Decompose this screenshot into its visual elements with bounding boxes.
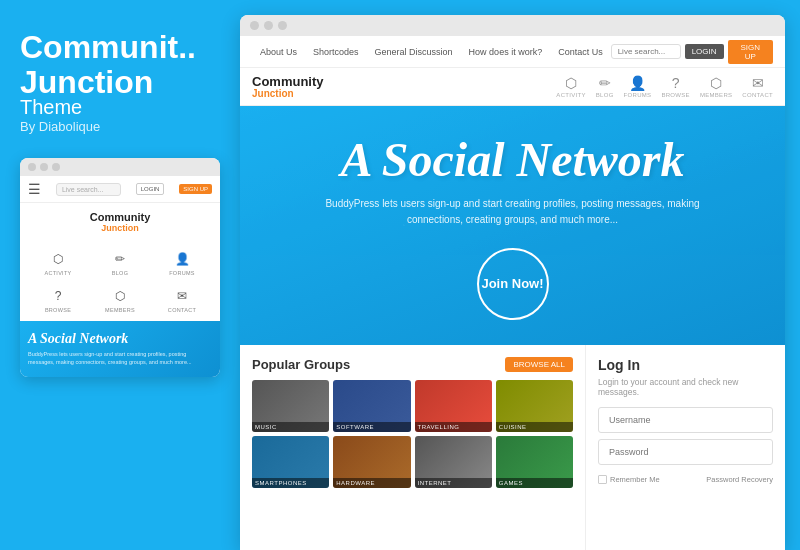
- login-title: Log In: [598, 357, 773, 373]
- icon-nav-label-contact: Contact: [742, 92, 773, 98]
- mobile-hero: A Social Network BuddyPress lets users s…: [20, 321, 220, 376]
- group-label-hardware: Hardware: [333, 478, 410, 488]
- mobile-logo-sub: Junction: [28, 223, 212, 233]
- contact-icon: ✉: [172, 286, 192, 306]
- nav-search-input[interactable]: [611, 44, 681, 59]
- group-label-software: Software: [333, 422, 410, 432]
- nav-item-shortcodes[interactable]: Shortcodes: [305, 47, 367, 57]
- group-item-software[interactable]: Software: [333, 380, 410, 432]
- browse-icon: ?: [672, 75, 680, 91]
- mobile-icon-label-contact: Contact: [168, 307, 196, 313]
- group-label-travelling: Travelling: [415, 422, 492, 432]
- group-item-cuisine[interactable]: Cuisine: [496, 380, 573, 432]
- mobile-dot-3: [52, 163, 60, 171]
- icon-nav-label-blog: Blog: [596, 92, 614, 98]
- nav-signup-button[interactable]: SIGN UP: [728, 40, 773, 64]
- members-icon: ⬡: [110, 286, 130, 306]
- mobile-search-bar: Live search...: [56, 183, 121, 196]
- mobile-icon-forums: 👤 Forums: [152, 245, 212, 280]
- nav-search-area: LOGIN SIGN UP: [611, 40, 773, 64]
- icon-nav-label-activity: Activity: [556, 92, 585, 98]
- username-input[interactable]: [598, 407, 773, 433]
- icon-nav-activity[interactable]: ⬡ Activity: [556, 75, 585, 98]
- mobile-dot-2: [40, 163, 48, 171]
- hero-title: A Social Network: [260, 136, 765, 184]
- browse-all-button[interactable]: BROWSE ALL: [505, 357, 573, 372]
- nav-item-howworks[interactable]: How does it work?: [461, 47, 551, 57]
- login-options: Remember Me Password Recovery: [598, 475, 773, 484]
- mobile-hamburger-icon: ☰: [28, 181, 41, 197]
- icon-nav-contact[interactable]: ✉ Contact: [742, 75, 773, 98]
- site-logo-sub: Junction: [252, 88, 352, 99]
- join-now-button[interactable]: Join Now!: [477, 248, 549, 320]
- login-section: Log In Login to your account and check n…: [585, 345, 785, 550]
- group-item-hardware[interactable]: Hardware: [333, 436, 410, 488]
- logo-icons-bar: Community Junction ⬡ Activity ✏ Blog 👤 F…: [240, 68, 785, 106]
- group-item-games[interactable]: Games: [496, 436, 573, 488]
- icon-nav: ⬡ Activity ✏ Blog 👤 Forums ? Browse ⬡ Me…: [556, 75, 773, 98]
- group-label-smartphones: Smartphones: [252, 478, 329, 488]
- activity-icon: ⬡: [565, 75, 577, 91]
- mobile-logo-name: Community: [28, 211, 212, 223]
- mobile-icon-activity: ⬡ Activity: [28, 245, 88, 280]
- mobile-icon-label-forums: Forums: [169, 270, 195, 276]
- group-item-travelling[interactable]: Travelling: [415, 380, 492, 432]
- groups-section-title: Popular Groups: [252, 357, 350, 372]
- site-logo: Community Junction: [252, 74, 352, 99]
- bottom-section: Popular Groups BROWSE ALL Music Software…: [240, 345, 785, 550]
- site-nav: About Us Shortcodes General Discussion H…: [240, 36, 785, 68]
- remember-me-label[interactable]: Remember Me: [598, 475, 660, 484]
- icon-nav-forums[interactable]: 👤 Forums: [624, 75, 652, 98]
- activity-icon: ⬡: [48, 249, 68, 269]
- left-panel: Communit.. Junction Theme By Diabolique …: [0, 0, 240, 550]
- groups-section-header: Popular Groups BROWSE ALL: [252, 357, 573, 372]
- icon-nav-label-forums: Forums: [624, 92, 652, 98]
- mobile-icon-members: ⬡ Members: [90, 282, 150, 317]
- mobile-icon-label-blog: Blog: [112, 270, 128, 276]
- nav-item-contact[interactable]: Contact Us: [550, 47, 611, 57]
- icon-nav-browse[interactable]: ? Browse: [661, 75, 689, 98]
- group-item-smartphones[interactable]: Smartphones: [252, 436, 329, 488]
- group-item-music[interactable]: Music: [252, 380, 329, 432]
- mobile-hero-title: A Social Network: [28, 331, 212, 347]
- mobile-nav-bar: ☰ Live search... LOGIN SIGN UP: [20, 176, 220, 203]
- password-recovery-link[interactable]: Password Recovery: [706, 475, 773, 484]
- mobile-icon-browse: ? Browse: [28, 282, 88, 317]
- group-label-games: Games: [496, 478, 573, 488]
- mobile-icon-blog: ✏ Blog: [90, 245, 150, 280]
- forums-icon: 👤: [629, 75, 646, 91]
- remember-me-checkbox[interactable]: [598, 475, 607, 484]
- browser-titlebar: [240, 15, 785, 36]
- password-input[interactable]: [598, 439, 773, 465]
- popular-groups-section: Popular Groups BROWSE ALL Music Software…: [240, 345, 585, 550]
- hero-subtitle: BuddyPress lets users sign-up and start …: [323, 196, 703, 228]
- mobile-preview-card: ☰ Live search... LOGIN SIGN UP Community…: [20, 158, 220, 376]
- browser-dot-3: [278, 21, 287, 30]
- nav-login-button[interactable]: LOGIN: [685, 44, 724, 59]
- icon-nav-members[interactable]: ⬡ Members: [700, 75, 732, 98]
- mobile-titlebar: [20, 158, 220, 176]
- members-icon: ⬡: [710, 75, 722, 91]
- forums-icon: 👤: [172, 249, 192, 269]
- icon-nav-label-members: Members: [700, 92, 732, 98]
- mobile-icon-contact: ✉ Contact: [152, 282, 212, 317]
- group-label-music: Music: [252, 422, 329, 432]
- browser-mockup: About Us Shortcodes General Discussion H…: [240, 15, 785, 550]
- mobile-hero-text: BuddyPress lets users sign-up and start …: [28, 351, 212, 366]
- icon-nav-label-browse: Browse: [661, 92, 689, 98]
- browse-icon: ?: [48, 286, 68, 306]
- browser-dot-1: [250, 21, 259, 30]
- group-label-internet: Internet: [415, 478, 492, 488]
- group-item-internet[interactable]: Internet: [415, 436, 492, 488]
- mobile-login-button[interactable]: LOGIN: [136, 183, 165, 195]
- hero-section: A Social Network BuddyPress lets users s…: [240, 106, 785, 345]
- browser-dot-2: [264, 21, 273, 30]
- mobile-icons-grid: ⬡ Activity ✏ Blog 👤 Forums ? Browse ⬡ Me…: [20, 241, 220, 321]
- blog-icon: ✏: [599, 75, 611, 91]
- group-label-cuisine: Cuisine: [496, 422, 573, 432]
- mobile-signup-button[interactable]: SIGN UP: [179, 184, 212, 194]
- nav-item-about[interactable]: About Us: [252, 47, 305, 57]
- nav-item-general[interactable]: General Discussion: [367, 47, 461, 57]
- icon-nav-blog[interactable]: ✏ Blog: [596, 75, 614, 98]
- mobile-icon-label-activity: Activity: [44, 270, 71, 276]
